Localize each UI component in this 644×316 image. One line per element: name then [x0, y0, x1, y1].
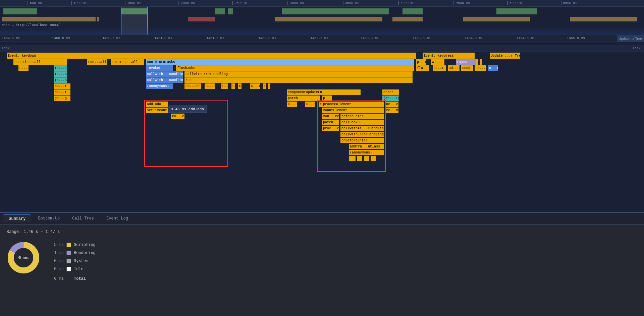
run-bar[interactable]: run — [184, 77, 413, 83]
enter-bar[interactable]: enter — [382, 89, 399, 95]
as1-bar[interactable]: (a...s) — [54, 65, 67, 71]
on-before-enter-bar[interactable]: onBeforeEnter — [340, 138, 384, 143]
p-dot-bar[interactable]: p... — [322, 96, 332, 101]
at-bar[interactable]: a...t — [433, 65, 446, 71]
component-update-fn-bar[interactable]: componentUpdateFn — [287, 89, 361, 95]
mini-event-bar — [188, 17, 215, 21]
legend-item-scripting: 5 ms Scripting — [54, 243, 96, 247]
function-call-bar-2[interactable]: Fun...all — [87, 59, 107, 65]
flush-jobs-bar[interactable]: flushJobs — [176, 65, 414, 71]
scripting-swatch — [66, 243, 71, 247]
adt-bar[interactable]: ad...t — [448, 65, 460, 71]
total-ms: 6 ms — [54, 276, 64, 281]
idle-ms: 0 ms — [54, 267, 64, 271]
function-call-bar-1[interactable]: Function Call — [13, 59, 67, 65]
wi-bar[interactable]: wi... — [431, 59, 444, 65]
dtick-4: 1461.5 ms — [206, 37, 224, 40]
proc-ent-bar[interactable]: proc...ent — [322, 126, 339, 131]
ce-bar[interactable]: C...e — [205, 83, 215, 89]
small-bar4 — [371, 156, 376, 161]
legend-item-idle: 0 ms Idle — [54, 267, 96, 271]
add-transition-class-bar[interactable]: addTra...nClass — [349, 144, 384, 149]
ce2-bar[interactable]: C...e — [221, 83, 228, 89]
update-tree-bar[interactable]: Update ...r Tree — [490, 53, 520, 59]
send-bar[interactable]: send — [461, 65, 473, 71]
bottom-panel: Summary Bottom-Up Call Tree Event Log Ra… — [0, 212, 644, 316]
as2-bar[interactable]: (a...s) — [54, 71, 67, 77]
coe-bar[interactable]: Co...e — [171, 114, 184, 119]
invoker-bar[interactable]: invoker — [146, 65, 173, 71]
reme-bar[interactable]: re...me — [385, 108, 398, 113]
call-hook3-bar[interactable]: callHook3 — [340, 120, 384, 125]
scripting-ms: 5 ms — [54, 243, 64, 247]
callwith-as-bar[interactable]: callWithAs...rHandling — [340, 126, 384, 131]
callwith-error-bar[interactable]: callWithErrorHandling — [184, 71, 413, 77]
ge-bar[interactable]: ge...g — [54, 96, 70, 101]
as3-bar[interactable]: (a...s) — [54, 77, 67, 83]
dtick-8: 1463.5 ms — [413, 37, 431, 40]
event-keydown-bar[interactable]: Event: keydown — [7, 53, 416, 59]
pd-bar[interactable]: p...d — [416, 59, 426, 65]
ce4-bar[interactable]: C...e — [238, 83, 241, 89]
ut-bar[interactable]: u...t — [305, 102, 315, 107]
flubs-bar[interactable]: flu...bs — [416, 65, 429, 71]
tab-summary[interactable]: Summary — [3, 214, 31, 223]
dtick-11: 1465.0 ms — [567, 37, 585, 40]
mini-event-bar — [275, 17, 382, 21]
layout-bar[interactable]: Layout — [456, 59, 476, 65]
mount-element-bar[interactable]: mountElement — [322, 108, 384, 113]
system-label: System — [74, 259, 88, 263]
event-keypress-bar[interactable]: Event: keypress — [423, 53, 475, 59]
patch-bar[interactable]: patch — [287, 96, 320, 101]
anon-bar[interactable]: (anonymous) — [146, 83, 173, 89]
idle-label: Idle — [74, 267, 84, 271]
tooltip: 0.46 ms addTodo — [168, 106, 207, 113]
tab-call-tree[interactable]: Call Tree — [67, 215, 99, 222]
ce7-bar[interactable]: C...e — [268, 83, 270, 89]
summary-content: Range: 1.46 s – 1.47 s 6 ms 5 ms — [0, 225, 644, 286]
ce5-bar[interactable]: C...e — [250, 83, 260, 89]
flame-canvas[interactable]: Event: keydown Event: keypress Update ..… — [0, 52, 644, 184]
process-element-bar[interactable]: processElement — [322, 102, 384, 107]
c-bar[interactable]: C... — [18, 65, 29, 71]
mou-ren-bar[interactable]: mou...ren — [322, 114, 339, 119]
patch2-bar[interactable]: patch — [322, 120, 339, 125]
callwith1-bar[interactable]: callWith...Handling — [146, 71, 183, 77]
code-bar[interactable]: Co...de — [184, 83, 201, 89]
anon2-bar[interactable]: (anonymous) — [349, 150, 384, 155]
tick-2500ms: 2500 ms — [231, 0, 249, 6]
re-bar[interactable]: R...e — [488, 65, 498, 71]
tab-bottom-up[interactable]: Bottom-Up — [33, 215, 65, 222]
top-ruler: 500 ms 1000 ms 1500 ms 2000 ms 2500 ms 3… — [0, 0, 644, 7]
before-enter-bar[interactable]: beforeEnter — [340, 114, 384, 119]
tick-5500ms: 5500 ms — [560, 0, 577, 6]
fc-small6 — [129, 59, 131, 65]
tabs-bar: Summary Bottom-Up Call Tree Event Log — [0, 213, 644, 225]
nee-bar[interactable]: ne...e — [385, 102, 398, 107]
tab-event-log[interactable]: Event Log — [101, 215, 133, 222]
c-ut-bar[interactable]: C... — [287, 102, 297, 107]
flame-chart: Task Task Event: keydown Event: keypress… — [0, 45, 644, 184]
mini-bar — [3, 8, 37, 14]
ce6-bar[interactable]: C...e — [263, 83, 266, 89]
callwith-error2-bar[interactable]: callWithErrorHandling — [340, 132, 384, 137]
an-s-bar[interactable]: (an...s) — [382, 96, 399, 101]
callwith2-bar[interactable]: callWith...Handling — [146, 77, 183, 83]
ha-bar[interactable]: ha...t — [54, 89, 70, 95]
mini-flame-gradient — [0, 27, 644, 35]
run-microtasks-bar[interactable]: Run Microtasks — [146, 59, 414, 65]
legend-item-system: 0 ms System — [54, 259, 96, 263]
update-tree-button[interactable]: Update ...r Tree — [617, 35, 644, 42]
dtick-6: 1462.5 ms — [310, 37, 328, 40]
tick-3500ms: 3500 ms — [342, 0, 359, 6]
task-label-left: Task — [2, 47, 10, 50]
fc-small1 — [112, 59, 115, 65]
ce3-bar[interactable]: C...e — [231, 83, 235, 89]
tick-4500ms: 4500 ms — [453, 0, 470, 6]
timeline-overview: 500 ms 1000 ms 1500 ms 2000 ms 2500 ms 3… — [0, 0, 644, 45]
set-timeout-bar[interactable]: setTimeout — [146, 108, 168, 113]
but-bar[interactable]: bu...t — [54, 83, 70, 89]
set-bar[interactable]: se...t — [475, 65, 486, 71]
tick-3000ms: 3000 ms — [287, 0, 304, 6]
add-todo-bar[interactable]: addTodo — [146, 102, 168, 107]
